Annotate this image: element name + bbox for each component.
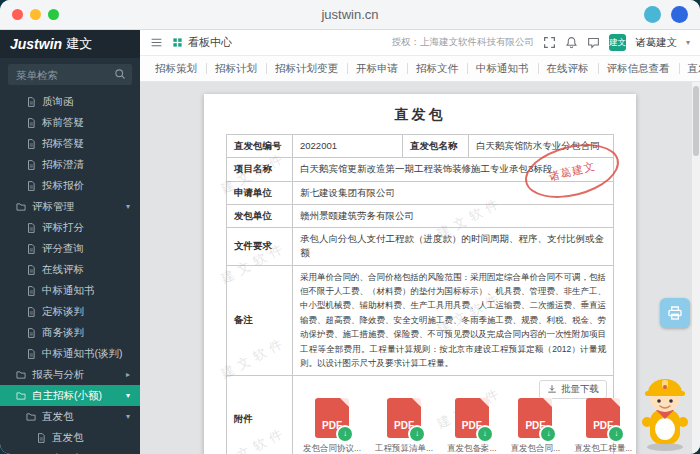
sidebar-group[interactable]: 直发包▾ [0,406,140,427]
tab[interactable]: 在线评标 [538,56,598,81]
tab-label: 开标申请 [356,62,398,76]
sidebar-item[interactable]: 评分查询 [0,238,140,259]
hamburger-menu-icon[interactable] [150,36,163,49]
board-center-tab[interactable]: 看板中心 [172,35,232,50]
sidebar-item[interactable]: 定标谈判 [0,301,140,322]
folder-icon [16,370,26,380]
document-title: 直发包 [226,106,614,124]
mascot-assistant[interactable] [634,360,696,452]
minimize-button[interactable] [30,9,41,20]
tab[interactable]: 评标信息查看 [598,56,679,81]
download-badge-icon[interactable]: ↓ [539,425,557,443]
print-button[interactable] [660,298,690,328]
logo-text-cn: 建文 [66,35,92,53]
sidebar-item[interactable]: 商务谈判 [0,322,140,343]
tab[interactable]: 直发包 [679,56,700,81]
tab[interactable]: 招标文件 [407,56,467,81]
tab-label: 中标通知书 [476,62,529,76]
sidebar-item-label: 中标通知书 [42,284,95,298]
pdf-file-icon: PDF↓ [315,398,349,438]
attachment-item[interactable]: PDF↓ 直发包工程量... [574,398,632,454]
attachment-item[interactable]: PDF↓ 直发包备案... [447,398,497,454]
sidebar-group[interactable]: 报表与分析▸ [0,364,140,385]
doc-icon [26,265,36,275]
tab[interactable]: 招标策划 [146,56,206,81]
doc-icon [26,139,36,149]
sidebar-item-label: 中标通知书(谈判) [42,347,123,361]
zoom-button[interactable] [48,9,59,20]
field-value: 2022001 [293,135,403,158]
batch-download-button[interactable]: 批量下载 [539,380,607,399]
browser-extension-icon[interactable] [644,6,661,23]
tab[interactable]: 招标计划变更 [266,56,347,81]
download-icon [547,384,557,394]
folder-icon [16,202,26,212]
tab[interactable]: 招标计划 [206,56,266,81]
browser-actions [644,6,688,23]
sidebar-item[interactable]: 在线评标 [0,259,140,280]
doc-icon [26,118,36,128]
page-title: justwin.cn [0,7,700,22]
pdf-file-icon: PDF↓ [586,398,620,438]
sidebar-item[interactable]: 中标通知书 [0,280,140,301]
detail-table: 直发包编号 2022001 直发包名称 白天鹅宾馆防水专业分包合同 项目名称 白… [226,134,614,454]
sidebar: Justwin 建文 质询函 标前答疑 招标答疑 招标澄清 投标报价 评标管理▾… [0,30,140,454]
sidebar-group-active[interactable]: 自主招标(小额)▾ [0,385,140,406]
sidebar-item[interactable]: 中标通知书(谈判) [0,343,140,364]
download-badge-icon[interactable]: ↓ [336,425,354,443]
sidebar-item-label: 在线评标 [42,263,84,277]
open-tabs-bar: 招标策划 招标计划 招标计划变更 开标申请 招标文件 中标通知书 在线评标 评标… [140,56,700,82]
sidebar-item[interactable]: 评标打分 [0,217,140,238]
sidebar-item[interactable]: 质询函 [0,91,140,112]
username[interactable]: 诸葛建文 [635,36,677,50]
folder-icon [16,391,26,401]
sidebar-item-label: 直发包 [52,431,84,445]
attachment-label: 工程预算清单... [375,442,433,454]
sidebar-item[interactable]: 投标报价 [0,175,140,196]
attachment-label: 发包合同协议... [303,442,361,454]
sidebar-group[interactable]: 评标管理▾ [0,196,140,217]
chat-icon[interactable] [587,36,600,49]
doc-icon [26,328,36,338]
fullscreen-icon[interactable] [543,36,556,49]
content-area: 建文软件 建文软件 建文软件 建文软件 建文软件 建文软件 建文软件 直发包 诸… [140,82,700,454]
scrollbar-thumb[interactable] [693,86,699,156]
bell-icon[interactable] [565,36,578,49]
sidebar-item[interactable]: 直发包 [0,427,140,448]
sidebar-item[interactable]: 直发包 [0,448,140,454]
chevron-down-icon[interactable]: ▾ [686,38,690,47]
chevron-right-icon: ▸ [126,370,130,379]
attachment-label: 直发包合同... [511,442,561,454]
sidebar-item-label: 商务谈判 [42,326,84,340]
tab[interactable]: 开标申请 [347,56,407,81]
download-badge-icon[interactable]: ↓ [476,425,494,443]
tab[interactable]: 中标通知书 [467,56,538,81]
doc-icon [26,181,36,191]
sidebar-item[interactable]: 招标澄清 [0,154,140,175]
batch-download-label: 批量下载 [561,383,599,396]
table-row: 申请单位 新七建设集团有限公司 [227,181,614,204]
doc-icon [26,244,36,254]
sidebar-item-label: 报表与分析 [32,368,85,382]
field-value: 承包人向分包人支付工程款（进度款）的时间周期、程序、支付比例或金额 [293,228,614,266]
menu-search [8,64,132,85]
attachment-item[interactable]: PDF↓ 直发包合同... [511,398,561,454]
tab-label: 招标文件 [416,62,458,76]
sidebar-item-label: 质询函 [42,95,74,109]
browser-extension-icon[interactable] [671,6,688,23]
field-label: 附件 [227,375,293,454]
tab-label: 招标策划 [155,62,197,76]
dashboard-grid-icon [172,37,183,48]
sidebar-item[interactable]: 标前答疑 [0,112,140,133]
sidebar-item[interactable]: 招标答疑 [0,133,140,154]
download-badge-icon[interactable]: ↓ [408,425,426,443]
attachment-item[interactable]: PDF↓ 发包合同协议... [303,398,361,454]
attachment-item[interactable]: PDF↓ 工程预算清单... [375,398,433,454]
download-badge-icon[interactable]: ↓ [607,425,625,443]
search-icon [114,68,126,80]
field-label: 发包单位 [227,204,293,227]
doc-icon [26,349,36,359]
close-button[interactable] [12,9,23,20]
avatar[interactable]: 建文 [609,34,626,51]
document: 建文软件 建文软件 建文软件 建文软件 建文软件 建文软件 建文软件 直发包 诸… [204,94,636,454]
